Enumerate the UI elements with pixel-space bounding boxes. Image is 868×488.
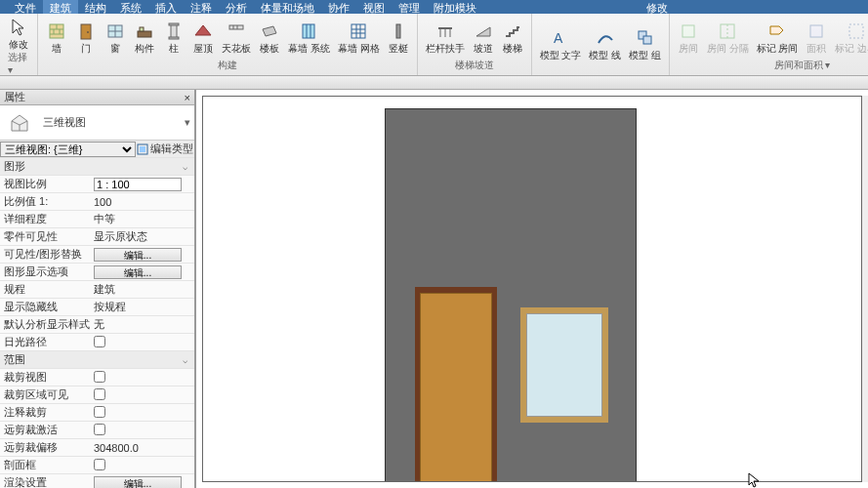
chevron-down-icon[interactable]: ⌵ bbox=[183, 355, 194, 365]
tool-curtain-system[interactable]: 幕墙 系统 bbox=[284, 16, 334, 59]
property-checkbox[interactable] bbox=[94, 406, 105, 418]
tool-mullion[interactable]: 竖梃 bbox=[384, 16, 413, 59]
property-value[interactable]: 编辑... bbox=[90, 248, 194, 262]
property-value[interactable]: 100 bbox=[90, 196, 194, 208]
svg-rect-6 bbox=[81, 24, 91, 39]
tool-model-text[interactable]: A模型 文字 bbox=[536, 16, 586, 72]
property-value[interactable] bbox=[90, 424, 194, 437]
tool-area-boundary[interactable]: 标记 边界 bbox=[831, 16, 868, 59]
menu-architecture[interactable]: 建筑 bbox=[43, 0, 78, 14]
room-sep-icon bbox=[717, 20, 738, 42]
menu-file[interactable]: 文件 bbox=[8, 0, 43, 14]
property-label: 视图比例 bbox=[0, 177, 90, 191]
model-text-icon: A bbox=[550, 27, 571, 49]
property-checkbox[interactable] bbox=[94, 336, 105, 347]
tool-modify[interactable]: 修改 bbox=[4, 16, 33, 51]
property-checkbox[interactable] bbox=[94, 424, 105, 435]
tool-room[interactable]: 房间 bbox=[674, 16, 703, 59]
tool-model-group[interactable]: 模型 组 bbox=[625, 16, 665, 72]
menu-systems[interactable]: 系统 bbox=[113, 0, 148, 14]
type-name: 三维视图 bbox=[35, 115, 181, 130]
svg-rect-12 bbox=[140, 27, 144, 31]
property-value[interactable] bbox=[90, 371, 194, 385]
menu-insert[interactable]: 插入 bbox=[148, 0, 184, 14]
scrollbar-vertical[interactable] bbox=[862, 96, 868, 482]
property-row: 裁剪区域可见 bbox=[0, 386, 194, 404]
property-value[interactable] bbox=[90, 336, 194, 349]
type-selector[interactable]: 三维视图 ▾ bbox=[0, 105, 194, 141]
property-row: 日光路径 bbox=[0, 334, 194, 351]
property-checkbox[interactable] bbox=[94, 388, 105, 400]
section-header[interactable]: 图形⌵ bbox=[0, 158, 194, 176]
tool-window[interactable]: 窗 bbox=[101, 16, 130, 59]
floor-icon bbox=[259, 20, 280, 42]
door-icon bbox=[75, 20, 97, 42]
chevron-down-icon[interactable]: ▾ bbox=[181, 116, 194, 129]
property-value[interactable]: 编辑... bbox=[90, 476, 194, 489]
viewport[interactable] bbox=[195, 90, 868, 488]
menu-analyze[interactable]: 分析 bbox=[219, 0, 254, 14]
property-checkbox[interactable] bbox=[94, 459, 105, 470]
svg-rect-35 bbox=[682, 25, 694, 37]
room-icon bbox=[678, 20, 699, 42]
tool-railing[interactable]: 栏杆扶手 bbox=[422, 16, 469, 59]
menu-collaborate[interactable]: 协作 bbox=[321, 0, 356, 14]
tool-wall[interactable]: 墙 bbox=[42, 16, 71, 59]
tool-component[interactable]: 构件 bbox=[130, 16, 159, 59]
property-label: 远剪裁激活 bbox=[0, 423, 90, 437]
viewport-canvas[interactable] bbox=[202, 96, 862, 482]
tool-tag-room[interactable]: 标记 房间 bbox=[753, 16, 803, 59]
railing-icon bbox=[434, 20, 456, 42]
tool-column[interactable]: 柱 bbox=[159, 16, 188, 59]
property-value[interactable]: 304800.0 bbox=[90, 442, 194, 454]
property-row: 远剪裁偏移304800.0 bbox=[0, 439, 194, 457]
svg-rect-27 bbox=[396, 24, 400, 38]
tool-area[interactable]: 面积 bbox=[802, 16, 831, 59]
property-value[interactable] bbox=[90, 459, 194, 472]
property-edit-button[interactable]: 编辑... bbox=[94, 265, 182, 279]
close-icon[interactable]: × bbox=[185, 92, 190, 103]
menu-manage[interactable]: 管理 bbox=[392, 0, 427, 14]
home-cube-icon bbox=[4, 109, 35, 137]
property-value[interactable]: 编辑... bbox=[90, 265, 194, 279]
svg-rect-22 bbox=[351, 24, 365, 38]
property-row: 视图比例 bbox=[0, 176, 194, 193]
property-value[interactable]: 无 bbox=[90, 317, 194, 332]
tool-ceiling[interactable]: 天花板 bbox=[218, 16, 255, 59]
menu-view[interactable]: 视图 bbox=[356, 0, 392, 14]
property-checkbox[interactable] bbox=[94, 371, 105, 383]
tool-curtain-grid[interactable]: 幕墙 网格 bbox=[334, 16, 384, 59]
tool-ramp[interactable]: 坡道 bbox=[469, 16, 498, 59]
model-group-icon bbox=[635, 27, 656, 49]
chevron-down-icon[interactable]: ⌵ bbox=[183, 162, 194, 172]
tool-room-separator[interactable]: 房间 分隔 bbox=[703, 16, 753, 59]
view-filter-select[interactable]: 三维视图: {三维} bbox=[0, 142, 136, 157]
property-edit-button[interactable]: 编辑... bbox=[94, 248, 182, 262]
property-value[interactable]: 中等 bbox=[90, 212, 194, 226]
menu-annotate[interactable]: 注释 bbox=[184, 0, 219, 14]
property-value[interactable]: 按规程 bbox=[90, 300, 194, 314]
property-value[interactable] bbox=[90, 406, 194, 420]
tool-model-line[interactable]: 模型 线 bbox=[585, 16, 625, 72]
tool-stair[interactable]: 楼梯 bbox=[498, 16, 527, 59]
property-value[interactable] bbox=[90, 178, 194, 191]
svg-point-7 bbox=[87, 31, 89, 33]
property-row: 图形显示选项编辑... bbox=[0, 264, 194, 281]
property-input[interactable] bbox=[94, 178, 182, 191]
menu-modify[interactable]: 修改 bbox=[640, 0, 675, 14]
tool-roof[interactable]: 屋顶 bbox=[188, 16, 218, 59]
menu-massing[interactable]: 体量和场地 bbox=[254, 0, 321, 14]
property-value[interactable]: 建筑 bbox=[90, 282, 194, 297]
tool-door[interactable]: 门 bbox=[71, 16, 101, 59]
property-value[interactable]: 显示原状态 bbox=[90, 229, 194, 244]
wall-icon bbox=[46, 20, 67, 42]
property-edit-button[interactable]: 编辑... bbox=[94, 476, 182, 489]
property-label: 日光路径 bbox=[0, 335, 90, 349]
ramp-icon bbox=[473, 20, 494, 42]
property-value[interactable] bbox=[90, 388, 194, 402]
menu-addins[interactable]: 附加模块 bbox=[427, 0, 483, 14]
section-header[interactable]: 范围⌵ bbox=[0, 351, 194, 369]
edit-type-button[interactable]: 编辑类型 bbox=[136, 142, 194, 156]
tool-floor[interactable]: 楼板 bbox=[255, 16, 284, 59]
menu-structure[interactable]: 结构 bbox=[78, 0, 113, 14]
